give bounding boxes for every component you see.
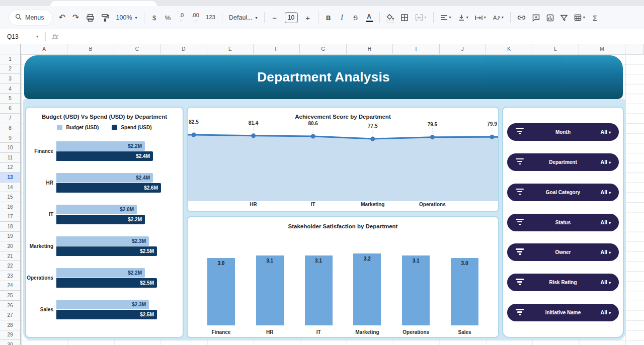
- select-all-corner[interactable]: [0, 44, 21, 54]
- bar-sales-budget: $2.3M: [56, 300, 149, 309]
- achievement-chart[interactable]: Achievement Score by Department 82.581.4…: [187, 107, 499, 212]
- row-header-8[interactable]: 8: [0, 123, 21, 133]
- borders-button[interactable]: [400, 14, 409, 22]
- window-tab: [50, 1, 157, 6]
- insert-link-button[interactable]: [517, 15, 526, 20]
- row-header-2[interactable]: 2: [0, 64, 21, 74]
- fill-color-button[interactable]: [386, 14, 394, 22]
- column-header-E[interactable]: E: [207, 44, 254, 54]
- row-header-11[interactable]: 11: [0, 153, 21, 163]
- column-header-J[interactable]: J: [440, 44, 486, 54]
- font-select[interactable]: Defaul... ▾: [229, 14, 258, 21]
- row-header-13[interactable]: 13: [0, 172, 21, 183]
- paint-format-button[interactable]: [101, 14, 110, 22]
- row-header-23[interactable]: 23: [0, 271, 21, 281]
- functions-button[interactable]: Σ: [592, 14, 599, 22]
- column-header-F[interactable]: F: [254, 44, 300, 54]
- format-currency-button[interactable]: $: [151, 15, 158, 21]
- satisfaction-chart[interactable]: Stakeholder Satisfaction by Department 3…: [187, 216, 499, 338]
- increase-font-size-button[interactable]: +: [304, 14, 311, 22]
- column-header-A[interactable]: A: [21, 44, 67, 54]
- column-header-I[interactable]: I: [393, 44, 439, 54]
- font-size-input[interactable]: 10: [285, 12, 298, 23]
- decrease-font-size-button[interactable]: −: [271, 14, 278, 22]
- menus-button[interactable]: Menus: [9, 10, 52, 25]
- slicer-goal-category[interactable]: Goal CategoryAll▾: [507, 184, 619, 201]
- row-header-20[interactable]: 20: [0, 241, 21, 251]
- strikethrough-button[interactable]: S: [352, 15, 359, 21]
- bold-button[interactable]: B: [325, 15, 332, 21]
- column-header-H[interactable]: H: [347, 44, 393, 54]
- insert-chart-button[interactable]: [546, 14, 554, 22]
- dashboard-title-banner[interactable]: Department Analysis: [24, 55, 623, 99]
- text-rotation-button[interactable]: A ▾: [493, 15, 504, 21]
- slicer-status[interactable]: StatusAll▾: [507, 214, 619, 231]
- table-views-button[interactable]: ▾: [574, 14, 585, 21]
- row-header-17[interactable]: 17: [0, 212, 21, 222]
- slicer-value: All▾: [601, 153, 611, 171]
- increase-decimals-button[interactable]: .00→: [192, 13, 199, 22]
- chevron-down-icon[interactable]: ▾: [36, 34, 38, 39]
- merge-cells-button[interactable]: ▾: [415, 14, 427, 21]
- row-header-25[interactable]: 25: [0, 291, 21, 301]
- row-header-3[interactable]: 3: [0, 74, 21, 84]
- column-header-B[interactable]: B: [67, 44, 114, 54]
- vertical-align-button[interactable]: ▾: [458, 14, 468, 21]
- slicer-owner[interactable]: OwnerAll▾: [507, 243, 619, 261]
- bar-finance-budget: $2.2M: [56, 141, 145, 151]
- row-header-19[interactable]: 19: [0, 232, 21, 242]
- search-icon: [15, 14, 22, 22]
- column-header-M[interactable]: M: [579, 44, 625, 54]
- undo-button[interactable]: ↶: [59, 14, 66, 22]
- row-header-24[interactable]: 24: [0, 281, 21, 291]
- row-header-26[interactable]: 26: [0, 301, 21, 311]
- insert-comment-button[interactable]: [532, 14, 540, 22]
- row-header-14[interactable]: 14: [0, 183, 21, 193]
- decrease-decimals-button[interactable]: .0←: [178, 13, 185, 22]
- row-header-4[interactable]: 4: [0, 84, 21, 94]
- column-header-partial[interactable]: [625, 44, 644, 54]
- row-header-15[interactable]: 15: [0, 192, 21, 202]
- row-header-22[interactable]: 22: [0, 261, 21, 271]
- italic-button[interactable]: I: [339, 14, 346, 21]
- row-header-6[interactable]: 6: [0, 104, 21, 114]
- bar-sales-spend: $2.5M: [56, 310, 157, 319]
- zoom-select[interactable]: 100% ▾: [116, 14, 137, 21]
- name-box[interactable]: Q13: [0, 33, 36, 40]
- row-header-27[interactable]: 27: [0, 310, 21, 320]
- row-header-1[interactable]: 1: [0, 54, 21, 64]
- slicer-panel: MonthAll▾DepartmentAll▾Goal CategoryAll▾…: [502, 107, 624, 338]
- slicer-month[interactable]: MonthAll▾: [507, 123, 619, 141]
- row-header-9[interactable]: 9: [0, 133, 21, 143]
- slicer-risk-rating[interactable]: Risk RatingAll▾: [507, 274, 619, 291]
- create-filter-button[interactable]: [560, 15, 568, 21]
- slicer-initiative-name[interactable]: Initiative NameAll▾: [507, 304, 619, 321]
- more-formats-button[interactable]: 123: [206, 15, 215, 21]
- text-color-button[interactable]: A: [366, 14, 373, 22]
- dashboard-title: Department Analysis: [257, 69, 389, 85]
- format-percent-button[interactable]: %: [165, 15, 172, 21]
- row-header-5[interactable]: 5: [0, 94, 21, 104]
- column-header-K[interactable]: K: [486, 44, 532, 54]
- column-header-G[interactable]: G: [300, 44, 346, 54]
- row-header-7[interactable]: 7: [0, 114, 21, 124]
- budget-spend-chart[interactable]: Budget (USD) Vs Spend (USD) by Departmen…: [25, 107, 184, 338]
- bar-category-label: Operations: [26, 268, 56, 288]
- row-header-10[interactable]: 10: [0, 143, 21, 153]
- row-header-29[interactable]: 29: [0, 330, 21, 340]
- row-header-18[interactable]: 18: [0, 222, 21, 232]
- row-header-30[interactable]: 30: [0, 340, 21, 345]
- horizontal-align-button[interactable]: ▾: [440, 15, 451, 21]
- sat-slot-hr: 3.1HR: [246, 252, 294, 325]
- column-header-D[interactable]: D: [160, 44, 207, 54]
- text-wrap-button[interactable]: ▾: [475, 15, 486, 21]
- column-header-L[interactable]: L: [532, 44, 579, 54]
- row-header-28[interactable]: 28: [0, 320, 21, 330]
- row-header-16[interactable]: 16: [0, 202, 21, 212]
- slicer-department[interactable]: DepartmentAll▾: [507, 153, 619, 171]
- row-header-21[interactable]: 21: [0, 251, 21, 262]
- row-header-12[interactable]: 12: [0, 163, 21, 173]
- column-header-C[interactable]: C: [114, 44, 160, 54]
- redo-button[interactable]: ↷: [72, 14, 79, 22]
- print-button[interactable]: [86, 14, 95, 22]
